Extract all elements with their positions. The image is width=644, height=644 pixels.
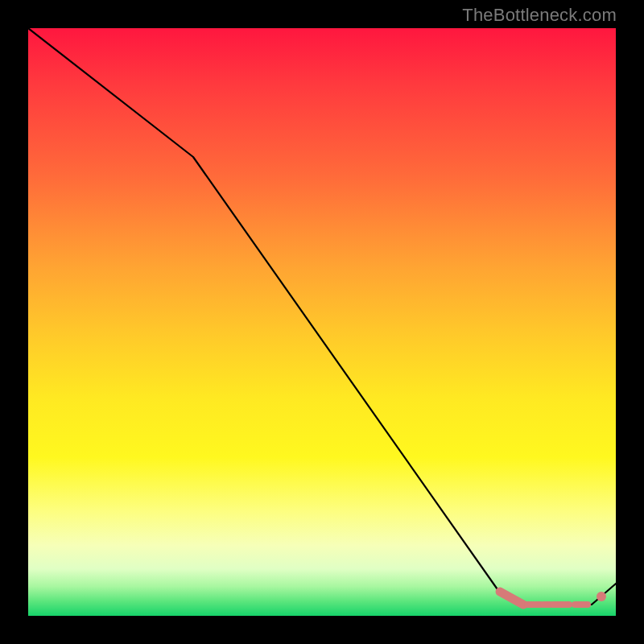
plot-gradient-background [28, 28, 616, 616]
watermark-text: TheBottleneck.com [462, 5, 617, 26]
chart-canvas: TheBottleneck.com [0, 0, 644, 644]
